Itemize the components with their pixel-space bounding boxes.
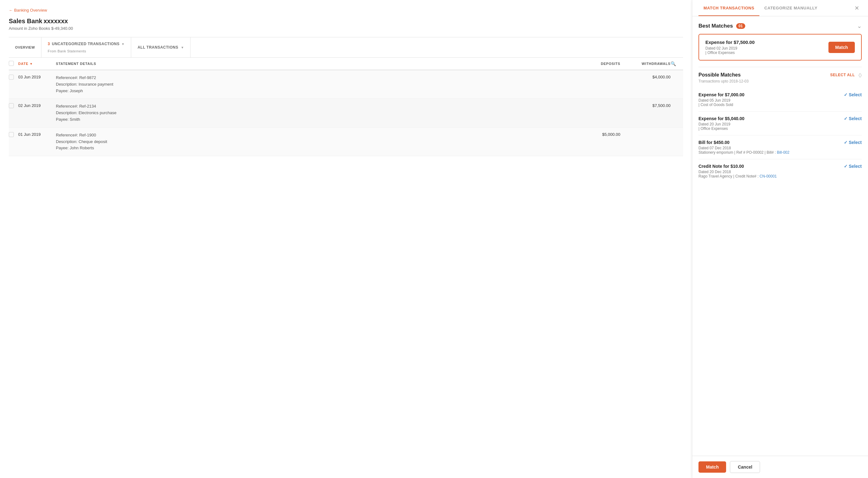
bank-name: Sales Bank — [9, 18, 42, 25]
row-checkbox-2[interactable] — [9, 103, 14, 108]
deposits-header: DEPOSITS — [570, 62, 620, 66]
right-panel-body: Best Matches 01 ⌄ Expense for $7,500.00 … — [692, 16, 868, 456]
possible-matches-subtitle: Transactions upto 2018-12-03 — [699, 79, 862, 83]
chevron-down-icon: ▼ — [122, 42, 125, 46]
search-icon[interactable]: 🔍 — [671, 61, 683, 66]
possible-item-date-4: Dated 20 Dec 2018 — [699, 170, 777, 174]
right-panel-tabs: MATCH TRANSACTIONS CATEGORIZE MANUALLY ✕ — [692, 0, 868, 16]
row-withdrawal-1: $4,000.00 — [620, 75, 671, 79]
possible-item-info-4: Credit Note for $10.00 Dated 20 Dec 2018… — [699, 164, 777, 178]
possible-item-info-2: Expense for $5,040.00 Dated 20 Jun 2019 … — [699, 116, 744, 131]
bank-amount: Amount in Zoho Books $-49,340.00 — [9, 26, 683, 31]
row-deposit-3: $5,000.00 — [570, 132, 620, 137]
row-withdrawal-2: $7,500.00 — [620, 103, 671, 108]
select-all-checkbox[interactable] — [9, 61, 18, 67]
possible-item-title-1: Expense for $7,000.00 — [699, 92, 744, 97]
bank-title-row: Sales Bank xxxxxxx — [9, 18, 683, 25]
tab-uncategorized[interactable]: 3UNCATEGORIZED TRANSACTIONS▼ From Bank S… — [41, 37, 131, 58]
possible-item-info-1: Expense for $7,000.00 Dated 05 Jun 2019 … — [699, 92, 744, 107]
withdrawals-header: WITHDRAWALS — [620, 62, 671, 66]
row-details-1: Reference#: Ref-9872 Description: Insura… — [56, 75, 570, 94]
possible-matches-title: Possible Matches — [699, 72, 741, 78]
best-matches-badge: 01 — [736, 23, 745, 29]
row-checkbox-3[interactable] — [9, 132, 14, 137]
possible-matches-section: Possible Matches SELECT ALL 〈〉 Transacti… — [699, 67, 862, 183]
sort-icon: ▼ — [30, 62, 33, 66]
tab-overview[interactable]: OVERVIEW — [9, 37, 41, 58]
possible-item-info-3: Bill for $450.00 Dated 07 Dec 2018 Stati… — [699, 140, 789, 155]
row-checkbox-1[interactable] — [9, 75, 14, 80]
best-match-title: Expense for $7,500.00 — [705, 39, 755, 45]
select-link-2[interactable]: ✓ Select — [838, 116, 862, 121]
statement-header: STATEMENT DETAILS — [56, 62, 570, 66]
right-panel-footer: Match Cancel — [692, 456, 868, 478]
table-row: 01 Jun 2019 Reference#: Ref-1900 Descrip… — [9, 128, 683, 156]
best-match-category: | Office Expenses — [705, 50, 755, 55]
best-matches-header: Best Matches 01 ⌄ — [699, 23, 862, 30]
table-row: 02 Jun 2019 Reference#: Ref-2134 Descrip… — [9, 99, 683, 127]
select-link-3[interactable]: ✓ Select — [838, 140, 862, 145]
select-link-1[interactable]: ✓ Select — [838, 92, 862, 97]
row-date-1: 03 Jun 2019 — [18, 75, 56, 79]
back-link[interactable]: ← Banking Overview — [9, 8, 47, 12]
row-details-3: Reference#: Ref-1900 Description: Cheque… — [56, 132, 570, 151]
possible-item: Credit Note for $10.00 Dated 20 Dec 2018… — [699, 159, 862, 183]
close-button[interactable]: ✕ — [852, 2, 862, 14]
possible-item-desc-1: | Cost of Goods Sold — [699, 103, 744, 107]
possible-item-desc-3: Stationery emporium | Ref # PO-00002 | B… — [699, 150, 789, 155]
footer-match-button[interactable]: Match — [699, 462, 726, 473]
row-date-3: 01 Jun 2019 — [18, 132, 56, 137]
possible-item-desc-2: | Office Expenses — [699, 126, 744, 131]
possible-item-date-2: Dated 20 Jun 2019 — [699, 122, 744, 126]
right-panel: MATCH TRANSACTIONS CATEGORIZE MANUALLY ✕… — [692, 0, 868, 478]
tab-match-transactions[interactable]: MATCH TRANSACTIONS — [699, 0, 760, 16]
left-panel: ← Banking Overview Sales Bank xxxxxxx Am… — [0, 0, 692, 478]
tabs-bar: OVERVIEW 3UNCATEGORIZED TRANSACTIONS▼ Fr… — [9, 37, 683, 58]
row-date-2: 02 Jun 2019 — [18, 103, 56, 108]
filter-icon[interactable]: 〈〉 — [859, 72, 862, 78]
select-all-link[interactable]: SELECT ALL — [830, 73, 855, 77]
possible-item: Expense for $5,040.00 Dated 20 Jun 2019 … — [699, 112, 862, 136]
possible-item-desc-4: Rago Travel Agency | Credit Note# : CN-0… — [699, 174, 777, 178]
bill-link[interactable]: Bill-002 — [777, 150, 789, 155]
check-icon-4: ✓ — [844, 164, 847, 169]
table-header: DATE ▼ STATEMENT DETAILS DEPOSITS WITHDR… — [9, 58, 683, 70]
date-header[interactable]: DATE ▼ — [18, 62, 56, 66]
best-match-button[interactable]: Match — [829, 42, 855, 53]
possible-item-date-1: Dated 05 Jun 2019 — [699, 98, 744, 103]
collapse-icon[interactable]: ⌄ — [857, 23, 862, 30]
possible-item-date-3: Dated 07 Dec 2018 — [699, 146, 789, 150]
possible-item: Bill for $450.00 Dated 07 Dec 2018 Stati… — [699, 136, 862, 159]
check-icon-3: ✓ — [844, 140, 847, 145]
select-link-4[interactable]: ✓ Select — [838, 164, 862, 169]
best-matches-title: Best Matches 01 — [699, 23, 745, 29]
possible-matches-header: Possible Matches SELECT ALL 〈〉 — [699, 72, 862, 78]
back-arrow-icon: ← — [9, 8, 13, 12]
possible-item-title-2: Expense for $5,040.00 — [699, 116, 744, 121]
tab-categorize-manually[interactable]: CATEGORIZE MANUALLY — [760, 0, 823, 16]
table-row: 03 Jun 2019 Reference#: Ref-9872 Descrip… — [9, 70, 683, 99]
transactions-table: DATE ▼ STATEMENT DETAILS DEPOSITS WITHDR… — [9, 58, 683, 156]
best-match-card: Expense for $7,500.00 Dated 02 Jun 2019 … — [699, 34, 862, 61]
bank-id: xxxxxxx — [43, 18, 68, 25]
possible-item-title-4: Credit Note for $10.00 — [699, 164, 777, 169]
check-icon-2: ✓ — [844, 116, 847, 121]
credit-note-link[interactable]: CN-00001 — [760, 174, 777, 178]
footer-cancel-button[interactable]: Cancel — [730, 461, 760, 473]
best-match-date: Dated 02 Jun 2019 — [705, 46, 755, 50]
check-icon-1: ✓ — [844, 92, 847, 97]
possible-item-title-3: Bill for $450.00 — [699, 140, 789, 145]
tab-all-transactions[interactable]: ALL TRANSACTIONS ▼ — [131, 37, 191, 58]
row-details-2: Reference#: Ref-2134 Description: Electr… — [56, 103, 570, 123]
possible-item: Expense for $7,000.00 Dated 05 Jun 2019 … — [699, 88, 862, 112]
best-match-info: Expense for $7,500.00 Dated 02 Jun 2019 … — [705, 39, 755, 55]
chevron-down-icon-2: ▼ — [181, 46, 184, 49]
